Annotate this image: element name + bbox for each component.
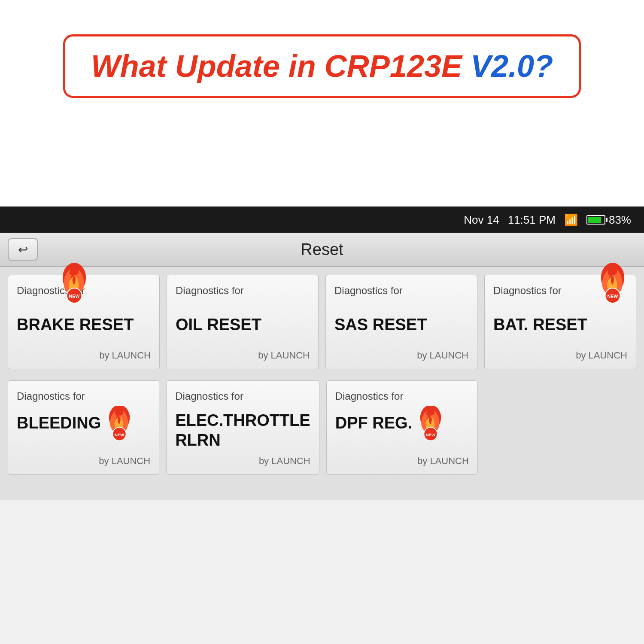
item-title-bleeding: BLEEDING — [17, 413, 101, 433]
svg-text:NEW: NEW — [608, 294, 619, 299]
diag-label-bleeding: Diagnostics for — [17, 390, 85, 402]
app-bar: ↩ Reset — [0, 233, 644, 267]
diag-label-sas: Diagnostics for — [334, 285, 403, 297]
by-launch-bat: by LAUNCH — [576, 350, 627, 361]
svg-text:NEW: NEW — [115, 432, 124, 437]
grid-item-bat-reset[interactable]: NEW Diagnostics for BAT. RESET by LAUNCH — [484, 275, 636, 369]
svg-text:NEW: NEW — [426, 432, 435, 437]
by-launch-bleeding: by LAUNCH — [99, 456, 150, 467]
status-time: 11:51 PM — [508, 213, 556, 227]
back-button[interactable]: ↩ — [8, 238, 38, 261]
item-title-throttle: ELEC.THROTTLE RLRN — [175, 411, 310, 450]
diag-label-throttle: Diagnostics for — [175, 390, 243, 402]
status-bar: Nov 14 11:51 PM 📶 83% — [0, 207, 644, 233]
device-screen: Nov 14 11:51 PM 📶 83% ↩ Reset — [0, 206, 644, 644]
item-title-bleeding-container: BLEEDING NEW — [17, 406, 136, 441]
item-title-sas: SAS RESET — [334, 315, 427, 335]
grid-item-bleeding[interactable]: Diagnostics for BLEEDING NEW by LAUNCH — [8, 380, 159, 475]
item-title-bat: BAT. RESET — [493, 315, 587, 335]
diag-label-bat: Diagnostics for — [493, 285, 562, 297]
grid-item-dpf[interactable]: Diagnostics for DPF REG. NEW by LAUNCH — [326, 380, 478, 475]
by-launch-throttle: by LAUNCH — [259, 456, 310, 467]
title-text-red: What Update in CRP123E — [91, 49, 471, 83]
title-text-blue: V2.0? — [471, 49, 553, 83]
bottom-spacer — [0, 483, 644, 500]
grid-empty-slot — [485, 380, 636, 475]
by-launch-sas: by LAUNCH — [417, 350, 468, 361]
item-title-dpf-container: DPF REG. NEW — [335, 406, 447, 441]
grid-item-brake-reset[interactable]: NEW Diagnostics for BRAKE RESET by LAUNC… — [8, 275, 160, 369]
grid-item-oil-reset[interactable]: Diagnostics for OIL RESET by LAUNCH — [167, 275, 319, 369]
svg-text:NEW: NEW — [69, 294, 80, 299]
new-badge-dpf: NEW — [414, 406, 447, 441]
grid-row1: NEW Diagnostics for BRAKE RESET by LAUNC… — [0, 267, 644, 377]
battery-container: 83% — [586, 213, 631, 227]
title-box: What Update in CRP123E V2.0? — [63, 34, 581, 98]
by-launch-brake: by LAUNCH — [99, 350, 151, 361]
new-badge-bleeding: NEW — [103, 406, 136, 441]
title-section: What Update in CRP123E V2.0? — [0, 0, 644, 124]
battery-percent: 83% — [609, 213, 631, 227]
item-title-dpf: DPF REG. — [335, 413, 412, 433]
status-date: Nov 14 — [464, 213, 499, 227]
by-launch-dpf: by LAUNCH — [417, 456, 469, 467]
back-arrow-icon: ↩ — [18, 243, 28, 257]
new-badge-brake: NEW — [55, 263, 93, 303]
wifi-icon: 📶 — [564, 213, 578, 227]
battery-fill — [588, 217, 601, 223]
grid-row2: Diagnostics for BLEEDING NEW by LAUNCH D… — [0, 377, 644, 483]
grid-item-sas-reset[interactable]: Diagnostics for SAS RESET by LAUNCH — [325, 275, 477, 369]
item-title-brake: BRAKE RESET — [17, 315, 134, 335]
new-badge-bat: NEW — [594, 263, 632, 303]
battery-icon — [586, 215, 605, 225]
item-title-oil: OIL RESET — [176, 315, 261, 335]
diag-label-dpf: Diagnostics for — [335, 390, 404, 402]
app-bar-title: Reset — [301, 240, 343, 259]
grid-item-throttle[interactable]: Diagnostics for ELEC.THROTTLE RLRN by LA… — [166, 380, 319, 475]
diag-label-oil: Diagnostics for — [176, 285, 244, 297]
by-launch-oil: by LAUNCH — [258, 350, 310, 361]
